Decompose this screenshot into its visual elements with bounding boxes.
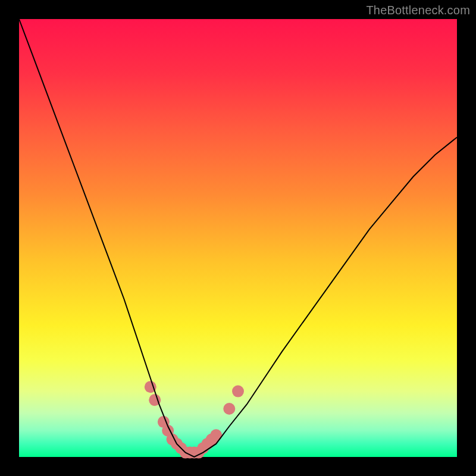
- chart-frame: TheBottleneck.com: [0, 0, 476, 476]
- watermark-label: TheBottleneck.com: [366, 4, 470, 17]
- marker-layer: [145, 381, 244, 458]
- marker-dot: [232, 386, 244, 397]
- marker-dot: [223, 403, 235, 415]
- chart-svg: [19, 19, 457, 457]
